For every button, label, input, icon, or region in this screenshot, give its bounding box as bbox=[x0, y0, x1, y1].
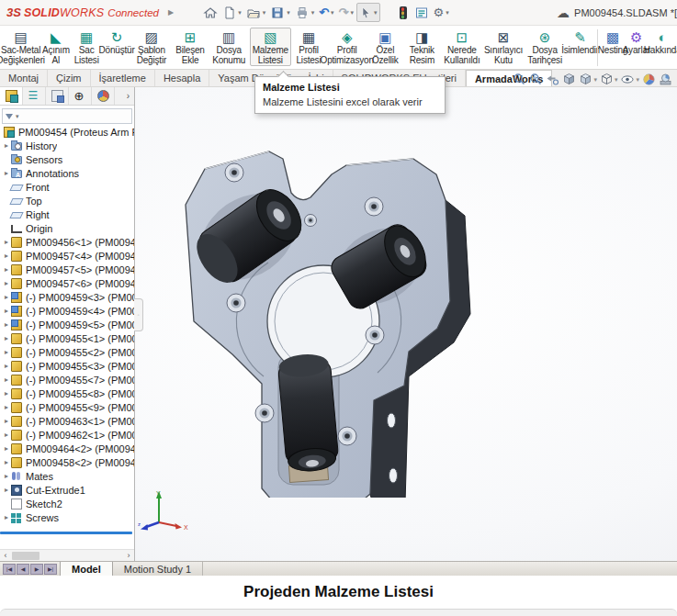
ribbon-button[interactable]: ⊠ Sınırlayıcı Kutu bbox=[482, 28, 524, 66]
dropdown-caret[interactable]: ▾ bbox=[331, 9, 334, 17]
tree-item[interactable]: Sketch2 bbox=[2, 497, 134, 510]
tree-item[interactable]: Screws bbox=[2, 510, 134, 524]
undo-button[interactable]: ↶ ▾ bbox=[317, 5, 335, 21]
expand-arrow-icon[interactable] bbox=[2, 320, 11, 329]
expand-arrow-icon[interactable] bbox=[2, 362, 11, 370]
tree-item[interactable]: Mates bbox=[2, 469, 134, 483]
expand-arrow-icon[interactable] bbox=[2, 265, 11, 274]
tree-item[interactable]: (-) PM009459<4> (PM0094 bbox=[2, 304, 134, 318]
section-view-button[interactable] bbox=[562, 73, 576, 86]
performance-monitor-button[interactable] bbox=[395, 5, 412, 21]
ribbon-button[interactable]: ▦ Sac Listesi bbox=[71, 28, 103, 66]
tree-item[interactable]: Top bbox=[2, 194, 134, 207]
tree-item[interactable]: PM009458<2> (PM009458) bbox=[2, 455, 134, 469]
expand-arrow-icon[interactable] bbox=[2, 334, 11, 342]
ribbon-button[interactable]: ◨ Teknik Resim bbox=[402, 28, 441, 66]
hide-show-items-button[interactable]: ▾ bbox=[620, 73, 639, 86]
tree-item[interactable]: (-) PM009455<8> (PM0094 bbox=[2, 386, 134, 400]
expand-arrow-icon[interactable] bbox=[2, 307, 11, 315]
expand-arrow-icon[interactable] bbox=[2, 375, 11, 384]
tree-item[interactable]: PM009454 (Proteus Arm Roller bbox=[2, 125, 134, 139]
tree-item[interactable]: (-) PM009455<1> (PM0094 bbox=[2, 331, 134, 345]
ribbon-button[interactable]: ▨ Şablon Değiştir bbox=[130, 28, 172, 66]
expand-arrow-icon[interactable] bbox=[2, 293, 11, 301]
expand-arrow-icon[interactable] bbox=[2, 417, 11, 425]
tree-item[interactable]: PM009457<6> (PM009457) bbox=[2, 276, 134, 290]
expand-arrow-icon[interactable] bbox=[2, 403, 11, 411]
expand-arrow-icon[interactable] bbox=[2, 169, 11, 177]
tree-item[interactable]: (-) PM009455<7> (PM0094 bbox=[2, 373, 134, 386]
open-button[interactable]: ▾ bbox=[244, 4, 268, 22]
dropdown-caret[interactable]: ▾ bbox=[374, 9, 378, 17]
ribbon-button[interactable]: ▤ Sac-Metal Değişkenleri bbox=[0, 28, 41, 66]
dropdown-caret[interactable]: ▾ bbox=[287, 9, 290, 17]
zoom-to-area-button[interactable] bbox=[529, 73, 543, 86]
dropdown-caret[interactable]: ▾ bbox=[615, 76, 618, 84]
bottom-tab[interactable]: Model bbox=[60, 562, 113, 576]
dropdown-caret[interactable]: ▾ bbox=[636, 76, 639, 84]
tree-item[interactable]: (-) PM009462<1> (PM0094 bbox=[2, 428, 134, 442]
panel-tab[interactable] bbox=[92, 87, 115, 105]
print-button[interactable]: ▾ bbox=[293, 4, 317, 22]
dropdown-caret[interactable]: ▾ bbox=[263, 9, 266, 17]
expand-arrow-icon[interactable] bbox=[2, 348, 11, 356]
tree-item[interactable]: History bbox=[2, 139, 134, 152]
expand-arrow-icon[interactable] bbox=[2, 431, 11, 439]
tab-nav-button[interactable]: |◀ bbox=[3, 564, 16, 575]
ribbon-button[interactable]: ▣ Özel Özellik bbox=[367, 28, 402, 66]
expand-arrow-icon[interactable] bbox=[2, 141, 11, 150]
expand-arrow-icon[interactable] bbox=[2, 458, 11, 466]
save-button[interactable]: ▾ bbox=[268, 4, 292, 22]
tree-item[interactable]: (-) PM009455<2> (PM0094 bbox=[2, 345, 134, 359]
ribbon-button[interactable]: ◐ Hakkında bbox=[648, 28, 677, 57]
command-tab[interactable]: Çizim bbox=[48, 70, 91, 86]
tab-nav-button[interactable]: ▶| bbox=[44, 564, 57, 575]
dropdown-caret[interactable]: ▾ bbox=[238, 9, 242, 17]
filter-caret[interactable]: ▾ bbox=[16, 113, 19, 120]
options-button[interactable]: ⚙ ▾ bbox=[432, 5, 451, 21]
ribbon-button[interactable]: ↻ Dönüştür bbox=[103, 28, 131, 57]
apply-scene-button[interactable] bbox=[659, 73, 672, 86]
expand-arrow-icon[interactable] bbox=[2, 513, 11, 521]
tree-item[interactable]: Cut-Extrude1 bbox=[2, 483, 134, 497]
ribbon-button[interactable]: ◣ Açınım Al bbox=[41, 28, 71, 66]
panel-horizontal-scrollbar[interactable]: ‹ › bbox=[0, 549, 134, 561]
ribbon-button[interactable]: ⊞ Bileşen Ekle bbox=[172, 28, 208, 66]
panel-splitter-handle[interactable]: ◦ bbox=[134, 298, 143, 331]
tree-item[interactable]: PM009457<4> (PM009457) bbox=[2, 249, 134, 263]
evaluate-button[interactable] bbox=[412, 4, 431, 22]
scrollbar-thumb[interactable] bbox=[12, 552, 39, 560]
view-orientation-button[interactable]: ▾ bbox=[579, 73, 597, 86]
command-tab[interactable]: Hesapla bbox=[155, 70, 209, 86]
command-tab[interactable]: İşaretleme bbox=[91, 70, 155, 86]
expand-arrow-icon[interactable] bbox=[2, 444, 11, 453]
tree-item[interactable]: PM009457<5> (PM009457) bbox=[2, 263, 134, 276]
expand-arrow-icon[interactable] bbox=[2, 279, 11, 287]
new-document-button[interactable]: ▾ bbox=[220, 4, 243, 22]
expand-arrow-icon[interactable] bbox=[2, 252, 11, 260]
expand-arrow-icon[interactable] bbox=[2, 472, 11, 480]
expand-arrow-icon[interactable] bbox=[2, 486, 11, 494]
dropdown-caret[interactable]: ▾ bbox=[446, 9, 449, 17]
tree-item[interactable]: Front bbox=[2, 180, 134, 194]
tree-filter-box[interactable]: ▾ bbox=[2, 108, 132, 124]
tree-item[interactable]: Sensors bbox=[2, 152, 134, 166]
edit-appearance-button[interactable] bbox=[642, 73, 656, 86]
ribbon-button[interactable]: ▧ Malzeme Listesi bbox=[250, 28, 291, 66]
dropdown-caret[interactable]: ▾ bbox=[311, 9, 315, 17]
scroll-left-arrow[interactable]: ‹ bbox=[0, 551, 11, 560]
panel-expand-arrow[interactable]: › bbox=[122, 87, 134, 105]
dropdown-caret[interactable]: ▾ bbox=[593, 76, 597, 84]
tree-item[interactable]: PM009464<2> (PM009464) bbox=[2, 442, 134, 455]
panel-tab[interactable] bbox=[69, 87, 92, 105]
tree-item[interactable]: PM009456<1> (PM009456) bbox=[2, 235, 134, 249]
tree-item[interactable]: (-) PM009459<3> (PM0094 bbox=[2, 290, 134, 304]
zoom-fit-button[interactable] bbox=[513, 73, 526, 86]
command-tab[interactable]: Montaj bbox=[0, 70, 48, 86]
tab-nav-button[interactable]: ▶ bbox=[30, 564, 43, 575]
display-style-button[interactable]: ▾ bbox=[600, 73, 618, 86]
tree-item[interactable]: (-) PM009459<5> (PM0094 bbox=[2, 318, 134, 331]
ribbon-button[interactable]: ⊛ Dosya Tarihçesi bbox=[525, 28, 566, 66]
tree-item[interactable]: (-) PM009463<1> (PM0094 bbox=[2, 414, 134, 428]
ribbon-button[interactable]: ◈ Profil Optimizasyon bbox=[326, 28, 367, 66]
